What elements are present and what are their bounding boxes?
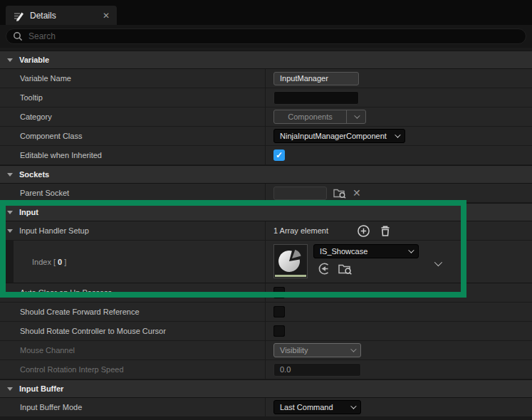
row-variable-name: Variable Name: [0, 69, 532, 88]
collapse-arrow-icon[interactable]: [7, 211, 13, 214]
index-label: Index [ 0 ]: [32, 258, 66, 266]
chevron-down-icon: [347, 115, 365, 119]
row-label: Should Create Forward Reference: [20, 308, 140, 316]
tab-details[interactable]: Details ✕: [6, 6, 117, 25]
chevron-down-icon: [350, 403, 356, 409]
section-header-input-buffer[interactable]: Input Buffer: [0, 379, 532, 398]
row-array-element-0: Index [ 0 ]: [0, 241, 532, 283]
row-input-buffer-mode: Input Buffer Mode Last Command: [0, 398, 532, 417]
collapse-arrow-icon[interactable]: [7, 58, 13, 62]
expand-element-chevron[interactable]: [434, 244, 440, 283]
array-summary: 1 Array element: [273, 226, 328, 235]
auto-clear-checkbox[interactable]: [273, 287, 285, 298]
row-component-class: Component Class NinjaInputManagerCompone…: [0, 127, 532, 146]
row-label: Editable when Inherited: [20, 151, 102, 159]
row-label: Input Handler Setup: [19, 226, 89, 235]
parent-socket-input[interactable]: [273, 187, 327, 200]
control-rotation-input[interactable]: [273, 363, 361, 377]
mouse-channel-dropdown[interactable]: Visibility: [273, 343, 361, 357]
search-input[interactable]: [28, 31, 526, 41]
row-label: Parent Socket: [20, 189, 69, 197]
collapse-arrow-icon[interactable]: [7, 387, 13, 391]
clear-socket-icon[interactable]: ✕: [353, 187, 361, 199]
component-class-dropdown[interactable]: NinjaInputManagerComponent: [273, 129, 405, 143]
tooltip-input[interactable]: [273, 91, 359, 105]
tab-close-icon[interactable]: ✕: [103, 11, 110, 21]
details-pencil-icon: [13, 10, 24, 21]
input-buffer-mode-dropdown[interactable]: Last Command: [273, 400, 361, 414]
row-parent-socket: Parent Socket ✕: [0, 184, 532, 203]
row-label: Auto Clear on Un Possess: [20, 288, 112, 297]
asset-color-strip: [275, 275, 306, 277]
row-editable-when-inherited: Editable when Inherited ✓: [0, 146, 532, 165]
chevron-down-icon: [434, 258, 442, 266]
chevron-down-icon: [350, 346, 356, 352]
category-combobox[interactable]: Components: [273, 110, 366, 124]
row-input-handler-setup: Input Handler Setup 1 Array element: [0, 221, 532, 241]
row-label: Category: [20, 112, 52, 121]
row-mouse-channel: Mouse Channel Visibility: [0, 341, 532, 360]
row-label: Input Buffer Mode: [20, 403, 82, 411]
details-panel: Details ✕ Variable Variable Name Tooltip: [0, 0, 532, 420]
tab-title: Details: [30, 11, 56, 21]
chevron-down-icon: [408, 247, 414, 253]
search-box[interactable]: [6, 28, 526, 44]
row-control-rotation: Control Rotation Interp Speed: [0, 360, 532, 379]
editable-when-inherited-checkbox[interactable]: ✓: [273, 149, 285, 161]
row-rotate-controller: Should Rotate Controller to Mouse Cursor: [0, 322, 532, 341]
row-label: Should Rotate Controller to Mouse Cursor: [20, 327, 166, 335]
chevron-down-icon: [395, 132, 400, 137]
check-icon: ✓: [276, 151, 283, 159]
delete-array-icon[interactable]: [379, 224, 392, 238]
forward-reference-checkbox[interactable]: [273, 306, 285, 317]
row-label: Mouse Channel: [20, 346, 75, 355]
row-label: Component Class: [20, 132, 82, 140]
use-selected-asset-icon[interactable]: [318, 262, 331, 275]
pie-chart-thumbnail-icon: [274, 245, 307, 275]
row-auto-clear: Auto Clear on Un Possess: [0, 283, 532, 303]
row-label: Variable Name: [20, 74, 71, 83]
input-setup-asset-dropdown[interactable]: IS_Showcase: [313, 244, 419, 258]
section-header-sockets[interactable]: Sockets: [0, 165, 532, 184]
search-row: [0, 25, 532, 48]
row-label: Tooltip: [20, 93, 43, 102]
section-header-input[interactable]: Input: [0, 203, 532, 221]
collapse-arrow-icon[interactable]: [7, 173, 13, 177]
row-label: Control Rotation Interp Speed: [20, 365, 124, 374]
asset-thumbnail[interactable]: [273, 244, 308, 278]
add-element-icon[interactable]: [357, 224, 370, 238]
search-icon: [13, 31, 23, 41]
browse-socket-icon[interactable]: [333, 187, 347, 199]
variable-name-input[interactable]: [273, 72, 359, 85]
rotate-controller-checkbox[interactable]: [273, 325, 285, 337]
row-tooltip: Tooltip: [0, 88, 532, 107]
browse-to-asset-icon[interactable]: [338, 262, 353, 275]
tab-strip: Details ✕: [0, 0, 532, 25]
index-gutter: [0, 241, 14, 283]
row-forward-reference: Should Create Forward Reference: [0, 303, 532, 322]
section-header-variable[interactable]: Variable: [0, 51, 532, 69]
row-category: Category Components: [0, 107, 532, 127]
collapse-arrow-icon[interactable]: [7, 229, 13, 233]
